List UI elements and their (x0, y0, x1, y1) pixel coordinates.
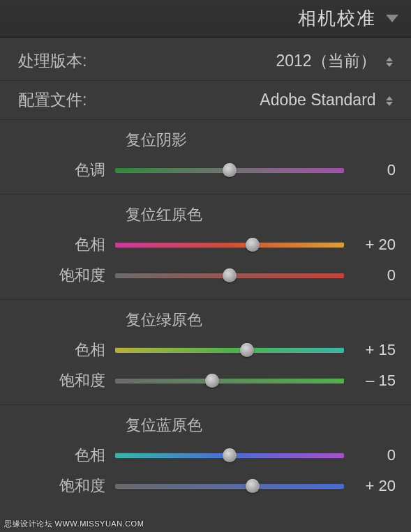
red-hue-value[interactable]: + 20 (344, 236, 396, 254)
panel-header[interactable]: 相机校准 (0, 0, 411, 38)
process-version-dropdown[interactable]: 2012（当前） (87, 50, 393, 72)
red-sat-row: 饱和度 0 (0, 260, 411, 291)
blue-title: 复位蓝原色 (0, 405, 411, 440)
green-sat-label: 饱和度 (0, 370, 115, 391)
watermark: 思缘设计论坛 WWW.MISSYUAN.COM (4, 519, 144, 529)
green-hue-slider[interactable] (115, 347, 344, 353)
blue-hue-label: 色相 (0, 445, 115, 466)
green-sat-row: 饱和度 – 15 (0, 365, 411, 396)
blue-hue-slider[interactable] (115, 453, 344, 458)
slider-thumb[interactable] (246, 479, 260, 493)
process-version-label: 处理版本: (18, 50, 87, 72)
spinner-icon (386, 57, 393, 67)
panel-title: 相机校准 (298, 6, 376, 31)
green-title: 复位绿原色 (0, 300, 411, 335)
chevron-down-icon[interactable] (386, 15, 398, 22)
green-hue-label: 色相 (0, 340, 115, 360)
shadow-tint-row: 色调 0 (0, 155, 411, 185)
profile-label: 配置文件: (18, 89, 87, 111)
process-version-row: 处理版本: 2012（当前） (0, 42, 411, 81)
spinner-icon (386, 96, 393, 106)
slider-thumb[interactable] (223, 448, 237, 462)
panel-body: 处理版本: 2012（当前） 配置文件: Adobe Standard 复位阴影… (0, 38, 411, 510)
blue-hue-value[interactable]: 0 (344, 446, 396, 464)
blue-sat-value[interactable]: + 20 (344, 477, 396, 495)
slider-thumb[interactable] (246, 238, 260, 252)
green-sat-value[interactable]: – 15 (344, 372, 396, 390)
shadows-title: 复位阴影 (0, 120, 411, 155)
slider-thumb[interactable] (223, 268, 237, 282)
profile-value: Adobe Standard (260, 91, 375, 109)
shadows-section: 复位阴影 色调 0 (0, 120, 411, 195)
red-hue-row: 色相 + 20 (0, 229, 411, 260)
slider-thumb[interactable] (223, 163, 237, 177)
blue-sat-row: 饱和度 + 20 (0, 471, 411, 501)
green-section: 复位绿原色 色相 + 15 饱和度 – 15 (0, 300, 411, 405)
green-hue-value[interactable]: + 15 (344, 341, 396, 359)
slider-thumb[interactable] (205, 374, 219, 388)
red-sat-label: 饱和度 (0, 265, 115, 286)
blue-sat-label: 饱和度 (0, 476, 115, 496)
profile-row: 配置文件: Adobe Standard (0, 81, 411, 120)
red-title: 复位红原色 (0, 195, 411, 229)
red-hue-slider[interactable] (115, 242, 344, 248)
red-sat-value[interactable]: 0 (344, 266, 396, 284)
green-sat-slider[interactable] (115, 378, 344, 383)
green-hue-row: 色相 + 15 (0, 335, 411, 365)
blue-section: 复位蓝原色 色相 0 饱和度 + 20 (0, 405, 411, 510)
shadow-tint-label: 色调 (0, 160, 115, 181)
process-version-value: 2012（当前） (276, 52, 375, 70)
red-section: 复位红原色 色相 + 20 饱和度 0 (0, 195, 411, 300)
shadow-tint-value[interactable]: 0 (344, 161, 396, 179)
profile-dropdown[interactable]: Adobe Standard (87, 91, 393, 109)
shadow-tint-slider[interactable] (115, 167, 344, 173)
slider-thumb[interactable] (240, 343, 254, 357)
blue-hue-row: 色相 0 (0, 440, 411, 471)
blue-sat-slider[interactable] (115, 483, 344, 489)
red-hue-label: 色相 (0, 234, 115, 255)
red-sat-slider[interactable] (115, 273, 344, 278)
